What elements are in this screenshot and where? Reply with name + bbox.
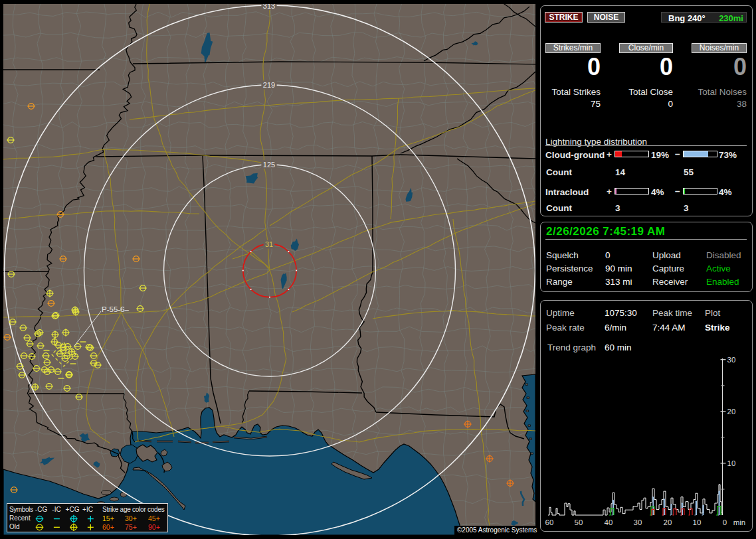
svg-text:P-55-6–: P-55-6–: [102, 305, 130, 313]
svg-text:30: 30: [634, 518, 642, 526]
svg-text:40: 40: [605, 518, 613, 526]
svg-text:50: 50: [575, 518, 583, 526]
svg-text:10: 10: [727, 459, 736, 467]
svg-text:10: 10: [693, 518, 702, 526]
svg-text:min: min: [733, 518, 746, 526]
svg-text:313: 313: [263, 4, 275, 10]
svg-text:30: 30: [727, 356, 736, 364]
svg-text:60: 60: [545, 518, 554, 526]
svg-text:20: 20: [727, 408, 736, 416]
svg-text:20: 20: [664, 518, 672, 526]
svg-text:0: 0: [723, 518, 727, 526]
svg-text:219: 219: [263, 81, 275, 89]
svg-text:31: 31: [265, 240, 273, 248]
svg-text:125: 125: [263, 161, 275, 169]
